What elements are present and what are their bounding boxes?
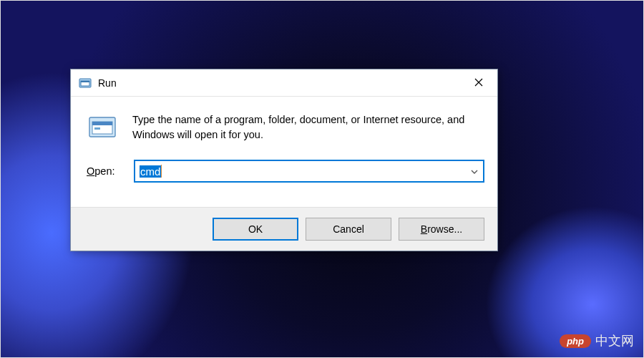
run-icon [87, 112, 119, 142]
run-titlebar-icon [78, 76, 92, 90]
help-text: Type the name of a program, folder, docu… [132, 112, 484, 142]
chevron-down-icon [471, 167, 478, 175]
watermark-badge: php [560, 334, 591, 348]
cancel-button[interactable]: Cancel [306, 218, 391, 241]
button-bar: OK Cancel Browse... [71, 207, 497, 251]
dialog-title: Run [98, 77, 462, 89]
open-input[interactable]: cmd [135, 161, 464, 181]
watermark: php 中文网 [560, 332, 634, 349]
svg-rect-5 [92, 122, 112, 125]
ok-button[interactable]: OK [213, 218, 298, 241]
close-button[interactable] [462, 69, 496, 96]
browse-button[interactable]: Browse... [399, 218, 484, 241]
watermark-text: 中文网 [595, 332, 634, 349]
open-input-selection: cmd [140, 165, 161, 178]
open-combobox[interactable]: cmd [134, 160, 484, 183]
dialog-body: Type the name of a program, folder, docu… [71, 97, 497, 207]
close-icon [474, 77, 483, 90]
svg-rect-2 [81, 81, 89, 82]
combo-dropdown-button[interactable] [464, 161, 483, 181]
open-label: Open: [87, 165, 124, 177]
svg-rect-6 [94, 127, 100, 130]
titlebar[interactable]: Run [71, 69, 497, 97]
run-dialog: Run Type the name of a program, folder, … [70, 69, 498, 251]
text-caret [161, 165, 162, 178]
